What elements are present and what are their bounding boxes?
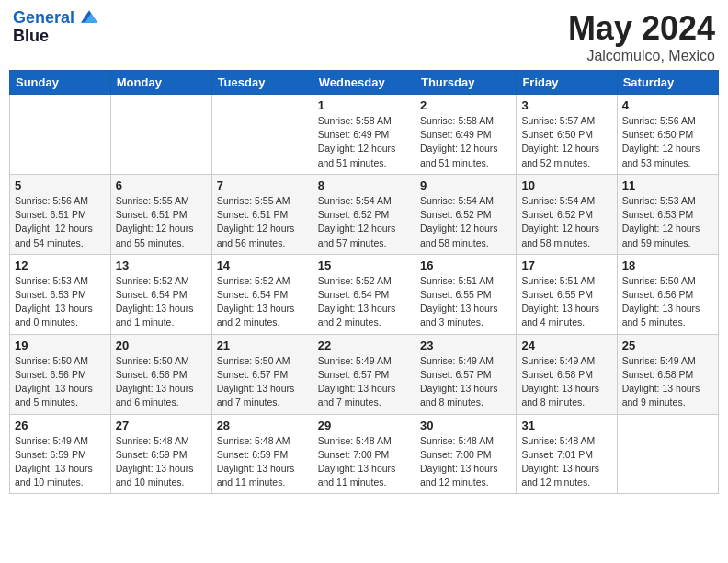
page-header: General Blue May 2024 Jalcomulco, Mexico (9, 9, 719, 64)
day-number: 1 (318, 98, 410, 112)
calendar-cell: 23Sunrise: 5:49 AM Sunset: 6:57 PM Dayli… (415, 334, 516, 414)
calendar-cell (110, 95, 211, 175)
weekday-header: Sunday (10, 71, 111, 95)
day-number: 5 (15, 178, 106, 192)
calendar-cell: 27Sunrise: 5:48 AM Sunset: 6:59 PM Dayli… (110, 414, 211, 494)
day-info: Sunrise: 5:57 AM Sunset: 6:50 PM Dayligh… (521, 114, 611, 170)
day-number: 14 (217, 259, 308, 272)
day-info: Sunrise: 5:58 AM Sunset: 6:49 PM Dayligh… (420, 114, 511, 170)
day-info: Sunrise: 5:51 AM Sunset: 6:55 PM Dayligh… (521, 274, 611, 330)
calendar-week-row: 19Sunrise: 5:50 AM Sunset: 6:56 PM Dayli… (10, 334, 719, 414)
day-number: 26 (15, 419, 106, 432)
calendar-cell: 12Sunrise: 5:53 AM Sunset: 6:53 PM Dayli… (10, 254, 111, 334)
calendar-cell: 9Sunrise: 5:54 AM Sunset: 6:52 PM Daylig… (415, 174, 516, 254)
calendar-cell: 21Sunrise: 5:50 AM Sunset: 6:57 PM Dayli… (211, 334, 313, 414)
title-block: May 2024 Jalcomulco, Mexico (568, 9, 715, 64)
day-info: Sunrise: 5:56 AM Sunset: 6:50 PM Dayligh… (622, 114, 713, 170)
day-number: 25 (622, 339, 713, 352)
calendar-cell: 14Sunrise: 5:52 AM Sunset: 6:54 PM Dayli… (211, 254, 313, 334)
day-info: Sunrise: 5:52 AM Sunset: 6:54 PM Dayligh… (318, 274, 410, 330)
calendar-week-row: 1Sunrise: 5:58 AM Sunset: 6:49 PM Daylig… (10, 95, 719, 175)
calendar-week-row: 12Sunrise: 5:53 AM Sunset: 6:53 PM Dayli… (10, 254, 719, 334)
calendar-cell: 11Sunrise: 5:53 AM Sunset: 6:53 PM Dayli… (617, 174, 718, 254)
calendar-cell: 8Sunrise: 5:54 AM Sunset: 6:52 PM Daylig… (313, 174, 415, 254)
day-info: Sunrise: 5:55 AM Sunset: 6:51 PM Dayligh… (217, 194, 308, 250)
calendar-cell: 24Sunrise: 5:49 AM Sunset: 6:58 PM Dayli… (517, 334, 617, 414)
day-number: 9 (420, 178, 511, 192)
day-info: Sunrise: 5:49 AM Sunset: 6:57 PM Dayligh… (318, 354, 410, 410)
day-info: Sunrise: 5:49 AM Sunset: 6:59 PM Dayligh… (15, 434, 106, 490)
calendar-cell: 29Sunrise: 5:48 AM Sunset: 7:00 PM Dayli… (313, 414, 415, 494)
weekday-header: Tuesday (211, 71, 313, 95)
day-info: Sunrise: 5:48 AM Sunset: 7:00 PM Dayligh… (420, 434, 511, 490)
day-number: 13 (116, 259, 207, 272)
day-info: Sunrise: 5:54 AM Sunset: 6:52 PM Dayligh… (318, 194, 410, 250)
calendar-cell (10, 95, 111, 175)
calendar-title: May 2024 (568, 9, 715, 48)
calendar-cell: 5Sunrise: 5:56 AM Sunset: 6:51 PM Daylig… (10, 174, 111, 254)
day-info: Sunrise: 5:52 AM Sunset: 6:54 PM Dayligh… (217, 274, 308, 330)
calendar-body: 1Sunrise: 5:58 AM Sunset: 6:49 PM Daylig… (10, 95, 719, 494)
day-number: 20 (116, 339, 207, 352)
day-info: Sunrise: 5:50 AM Sunset: 6:57 PM Dayligh… (217, 354, 308, 410)
logo-text: General (13, 9, 97, 28)
calendar-cell (617, 414, 718, 494)
day-number: 19 (15, 339, 106, 352)
calendar-cell: 18Sunrise: 5:50 AM Sunset: 6:56 PM Dayli… (617, 254, 718, 334)
day-info: Sunrise: 5:48 AM Sunset: 6:59 PM Dayligh… (116, 434, 207, 490)
day-info: Sunrise: 5:48 AM Sunset: 6:59 PM Dayligh… (217, 434, 308, 490)
day-info: Sunrise: 5:50 AM Sunset: 6:56 PM Dayligh… (622, 274, 713, 330)
calendar-cell: 25Sunrise: 5:49 AM Sunset: 6:58 PM Dayli… (617, 334, 718, 414)
day-number: 17 (521, 259, 611, 272)
weekday-header: Friday (517, 71, 617, 95)
day-number: 21 (217, 339, 308, 352)
day-number: 3 (521, 98, 611, 112)
calendar-table: SundayMondayTuesdayWednesdayThursdayFrid… (9, 70, 719, 494)
day-number: 30 (420, 419, 511, 432)
day-number: 31 (521, 419, 611, 432)
day-number: 6 (116, 178, 207, 192)
day-info: Sunrise: 5:50 AM Sunset: 6:56 PM Dayligh… (15, 354, 106, 410)
calendar-cell: 20Sunrise: 5:50 AM Sunset: 6:56 PM Dayli… (110, 334, 211, 414)
weekday-header: Wednesday (313, 71, 415, 95)
day-number: 24 (521, 339, 611, 352)
day-info: Sunrise: 5:54 AM Sunset: 6:52 PM Dayligh… (420, 194, 511, 250)
calendar-cell: 30Sunrise: 5:48 AM Sunset: 7:00 PM Dayli… (415, 414, 516, 494)
day-info: Sunrise: 5:49 AM Sunset: 6:58 PM Dayligh… (521, 354, 611, 410)
day-info: Sunrise: 5:48 AM Sunset: 7:01 PM Dayligh… (521, 434, 611, 490)
weekday-header: Saturday (617, 71, 718, 95)
calendar-cell: 10Sunrise: 5:54 AM Sunset: 6:52 PM Dayli… (517, 174, 617, 254)
logo-icon (81, 10, 97, 23)
calendar-week-row: 5Sunrise: 5:56 AM Sunset: 6:51 PM Daylig… (10, 174, 719, 254)
logo: General Blue (13, 9, 97, 46)
calendar-week-row: 26Sunrise: 5:49 AM Sunset: 6:59 PM Dayli… (10, 414, 719, 494)
weekday-header-row: SundayMondayTuesdayWednesdayThursdayFrid… (10, 71, 719, 95)
logo-blue: Blue (13, 27, 49, 45)
day-number: 16 (420, 259, 511, 272)
day-number: 7 (217, 178, 308, 192)
day-info: Sunrise: 5:51 AM Sunset: 6:55 PM Dayligh… (420, 274, 511, 330)
calendar-cell: 3Sunrise: 5:57 AM Sunset: 6:50 PM Daylig… (517, 95, 617, 175)
calendar-cell: 7Sunrise: 5:55 AM Sunset: 6:51 PM Daylig… (211, 174, 313, 254)
day-info: Sunrise: 5:49 AM Sunset: 6:57 PM Dayligh… (420, 354, 511, 410)
calendar-cell: 6Sunrise: 5:55 AM Sunset: 6:51 PM Daylig… (110, 174, 211, 254)
day-info: Sunrise: 5:56 AM Sunset: 6:51 PM Dayligh… (15, 194, 106, 250)
weekday-header: Monday (110, 71, 211, 95)
calendar-cell: 16Sunrise: 5:51 AM Sunset: 6:55 PM Dayli… (415, 254, 516, 334)
calendar-cell: 13Sunrise: 5:52 AM Sunset: 6:54 PM Dayli… (110, 254, 211, 334)
calendar-cell: 28Sunrise: 5:48 AM Sunset: 6:59 PM Dayli… (211, 414, 313, 494)
day-info: Sunrise: 5:58 AM Sunset: 6:49 PM Dayligh… (318, 114, 410, 170)
day-info: Sunrise: 5:53 AM Sunset: 6:53 PM Dayligh… (622, 194, 713, 250)
calendar-cell: 2Sunrise: 5:58 AM Sunset: 6:49 PM Daylig… (415, 95, 516, 175)
day-info: Sunrise: 5:50 AM Sunset: 6:56 PM Dayligh… (116, 354, 207, 410)
day-number: 4 (622, 98, 713, 112)
day-number: 18 (622, 259, 713, 272)
day-number: 29 (318, 419, 410, 432)
calendar-cell: 31Sunrise: 5:48 AM Sunset: 7:01 PM Dayli… (517, 414, 617, 494)
day-info: Sunrise: 5:54 AM Sunset: 6:52 PM Dayligh… (521, 194, 611, 250)
day-number: 28 (217, 419, 308, 432)
calendar-cell: 4Sunrise: 5:56 AM Sunset: 6:50 PM Daylig… (617, 95, 718, 175)
day-number: 22 (318, 339, 410, 352)
calendar-cell: 19Sunrise: 5:50 AM Sunset: 6:56 PM Dayli… (10, 334, 111, 414)
day-number: 10 (521, 178, 611, 192)
